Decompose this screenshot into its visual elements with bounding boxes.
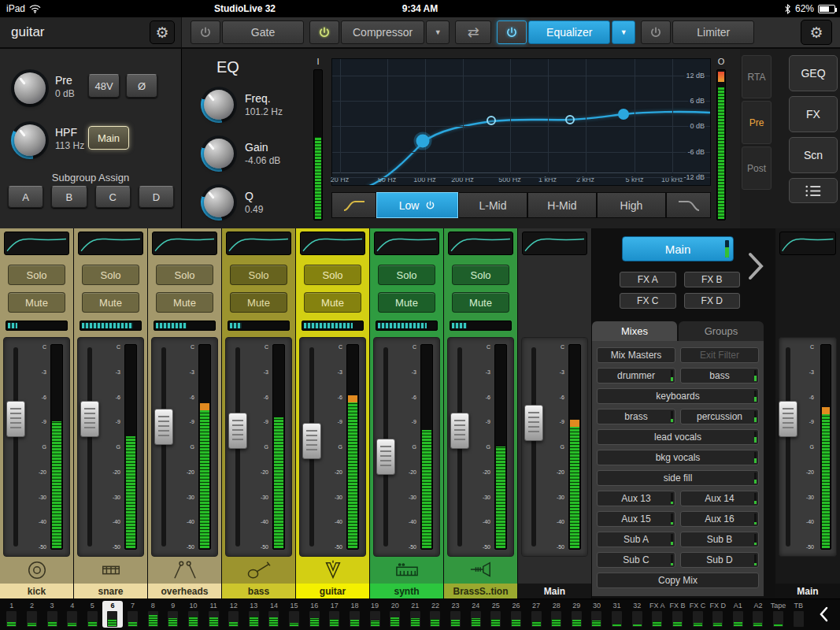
processor-dropdown-equalizer[interactable]: ▼ — [612, 20, 635, 44]
bottom-channel-2[interactable]: 2 — [22, 601, 43, 628]
mix-item-copy-mix[interactable]: Copy Mix — [597, 573, 759, 588]
mix-item-sub-a[interactable]: Sub A — [597, 532, 675, 547]
bottom-channel-13[interactable]: 13 — [244, 601, 265, 628]
tab-mixes[interactable]: Mixes — [592, 321, 677, 341]
fader-track[interactable] — [13, 347, 18, 547]
bottom-channel-tape[interactable]: Tape — [768, 601, 789, 628]
bottom-channel-32[interactable]: 32 — [627, 601, 647, 628]
channel-eq-thumbnail[interactable] — [152, 232, 217, 255]
processor-power-gate[interactable] — [191, 20, 220, 44]
solo-button[interactable]: Solo — [230, 265, 287, 285]
eq-band-handle-2[interactable] — [565, 115, 575, 124]
bottom-channel-a2[interactable]: A2 — [748, 601, 768, 628]
bottom-channel-1[interactable]: 1 — [2, 601, 22, 628]
tab-groups[interactable]: Groups — [679, 321, 764, 341]
fader-track[interactable] — [309, 347, 314, 547]
mute-button[interactable]: Mute — [8, 292, 65, 313]
mix-item-exit-filter[interactable]: Exit Filter — [680, 347, 759, 363]
solo-button[interactable]: Solo — [82, 265, 139, 285]
eq-band-handle-3[interactable] — [618, 109, 629, 120]
eq-knob-dial-0[interactable] — [201, 87, 237, 123]
channel-strip-synth[interactable]: SoloMuteC-3-6-9G-20-30-40-50synth — [370, 228, 444, 598]
mix-item-aux-16[interactable]: Aux 16 — [680, 511, 759, 527]
fader-handle[interactable] — [154, 409, 173, 445]
bottom-channel-17[interactable]: 17 — [324, 601, 345, 628]
fader-track[interactable] — [235, 347, 240, 547]
bottom-channel-5[interactable]: 5 — [83, 601, 103, 628]
mute-button[interactable]: Mute — [452, 292, 509, 313]
mix-item-side-fill[interactable]: side fill — [597, 470, 759, 486]
channel-name[interactable]: overheads — [148, 584, 221, 598]
channel-eq-thumbnail[interactable] — [374, 232, 439, 255]
bottom-channel-8[interactable]: 8 — [142, 601, 163, 628]
fx-button-fx-b[interactable]: FX B — [684, 272, 741, 287]
bottom-channel-22[interactable]: 22 — [425, 601, 446, 628]
mix-item-sub-b[interactable]: Sub B — [680, 532, 759, 547]
collapse-button[interactable] — [809, 601, 838, 628]
bottom-channel-24[interactable]: 24 — [465, 601, 486, 628]
channel-eq-thumbnail[interactable] — [448, 232, 513, 255]
bottom-channel-26[interactable]: 26 — [506, 601, 527, 628]
bottom-channel-23[interactable]: 23 — [446, 601, 466, 628]
solo-button[interactable]: Solo — [304, 265, 361, 285]
subgroup-button-c[interactable]: C — [95, 186, 131, 208]
mix-item-aux-15[interactable]: Aux 15 — [597, 511, 675, 527]
fader-track[interactable] — [531, 347, 536, 547]
eq-graph[interactable]: 20 Hz50 Hz100 Hz200 Hz500 Hz1 kHz2 kHz5 … — [331, 58, 711, 186]
fader-track[interactable] — [383, 347, 388, 547]
mix-item-aux-13[interactable]: Aux 13 — [597, 491, 675, 506]
bottom-channel-31[interactable]: 31 — [607, 601, 627, 628]
fader-track[interactable] — [786, 347, 790, 547]
mix-item-lead-vocals[interactable]: lead vocals — [597, 429, 759, 445]
mute-button[interactable]: Mute — [378, 292, 435, 313]
eq-band-handle-1[interactable] — [487, 116, 496, 125]
mix-item-keyboards[interactable]: keyboards — [597, 388, 759, 404]
phantom-48v-button[interactable]: 48V — [88, 74, 120, 98]
fx-button-fx-d[interactable]: FX D — [684, 293, 741, 309]
bottom-channel-9[interactable]: 9 — [163, 601, 183, 628]
channel-eq-thumbnail[interactable] — [779, 232, 836, 255]
fx-button-fx-c[interactable]: FX C — [620, 293, 676, 309]
channel-name[interactable]: guitar — [296, 584, 369, 598]
bottom-channel-10[interactable]: 10 — [183, 601, 204, 628]
channel-name[interactable]: Main — [518, 584, 591, 598]
subgroup-button-d[interactable]: D — [139, 186, 174, 208]
band-tab-l-mid[interactable]: L-Mid — [458, 192, 527, 218]
channel-strip-guitar[interactable]: SoloMuteC-3-6-9G-20-30-40-50guitar — [296, 228, 370, 598]
bottom-channel-21[interactable]: 21 — [405, 601, 426, 628]
bottom-channel-fx-a[interactable]: FX A — [647, 601, 668, 628]
bottom-channel-30[interactable]: 30 — [587, 601, 607, 628]
band-tab-low[interactable]: Low — [376, 192, 458, 218]
view-button-rta[interactable]: RTA — [742, 55, 772, 98]
channel-eq-thumbnail[interactable] — [300, 232, 365, 255]
solo-button[interactable]: Solo — [378, 265, 435, 285]
bottom-channel-fx-c[interactable]: FX C — [687, 601, 708, 628]
channel-settings-button[interactable]: ⚙ — [150, 20, 175, 44]
fader-track[interactable] — [87, 347, 92, 547]
mix-item-bkg-vocals[interactable]: bkg vocals — [597, 450, 759, 465]
bottom-channel-6[interactable]: 6 — [102, 601, 123, 628]
processor-power-limiter[interactable] — [641, 20, 671, 44]
bottom-channel-a1[interactable]: A1 — [728, 601, 749, 628]
expand-chevron-icon[interactable] — [747, 252, 764, 280]
scene-list-button[interactable] — [789, 178, 838, 203]
processor-power-equalizer[interactable] — [497, 20, 527, 44]
channel-strip-brasss-tion[interactable]: SoloMuteC-3-6-9G-20-30-40-50BrassS..tion — [444, 228, 518, 598]
main-assign-button[interactable]: Main — [88, 126, 129, 150]
pre-gain-knob[interactable] — [11, 69, 49, 107]
processor-label-compressor[interactable]: Compressor — [341, 20, 424, 44]
bottom-channel-28[interactable]: 28 — [546, 601, 567, 628]
fader-handle[interactable] — [302, 423, 321, 459]
fader-handle[interactable] — [376, 439, 395, 475]
bottom-channel-15[interactable]: 15 — [284, 601, 305, 628]
bottom-channel-11[interactable]: 11 — [203, 601, 224, 628]
bottom-channel-29[interactable]: 29 — [567, 601, 587, 628]
bottom-channel-19[interactable]: 19 — [364, 601, 385, 628]
eq-knob-dial-1[interactable] — [201, 135, 237, 172]
fader-handle[interactable] — [450, 413, 469, 449]
fader-handle[interactable] — [80, 401, 99, 437]
bottom-channel-18[interactable]: 18 — [345, 601, 365, 628]
processor-label-equalizer[interactable]: Equalizer — [528, 20, 610, 44]
page-button-geq[interactable]: GEQ — [789, 55, 838, 91]
bottom-channel-12[interactable]: 12 — [224, 601, 244, 628]
